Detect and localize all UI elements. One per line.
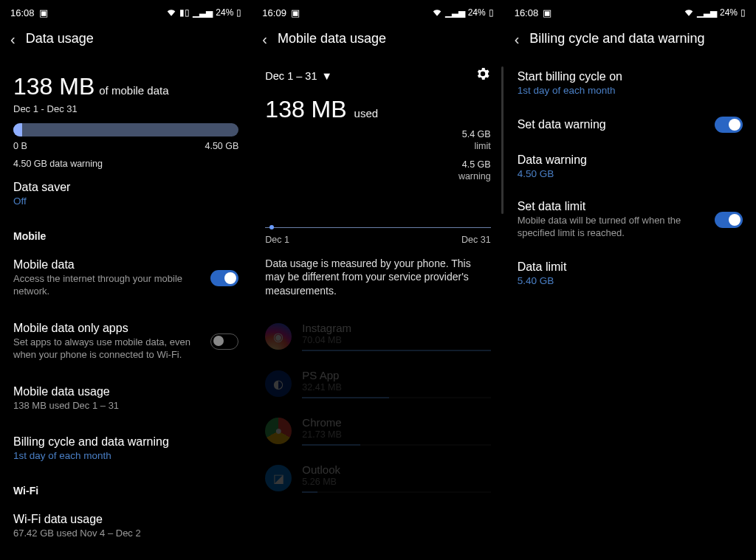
page-title: Billing cycle and data warning (529, 31, 704, 46)
set-warning-item[interactable]: Set data warning (518, 106, 743, 143)
picture-icon: ▣ (39, 7, 48, 18)
wifi-icon (166, 7, 176, 18)
bar-max: 4.50 GB (205, 141, 238, 151)
used-label: used (354, 107, 379, 120)
data-saver-item[interactable]: Data saver Off (13, 169, 238, 218)
set-limit-toggle[interactable] (715, 212, 743, 228)
period-selector[interactable]: Dec 1 – 31 ▼ (265, 70, 332, 82)
warning-value: 4.5 GB (462, 159, 491, 170)
start-cycle-title: Start billing cycle on (518, 70, 743, 83)
graph-start: Dec 1 (265, 235, 289, 245)
limit-value: 5.4 GB (462, 129, 491, 139)
mobile-only-title: Mobile data only apps (13, 322, 203, 335)
set-limit-item[interactable]: Set data limit Mobile data will be turne… (518, 190, 743, 250)
gear-icon[interactable] (475, 66, 491, 86)
app-name: PS App (302, 369, 490, 381)
page-title: Mobile data usage (278, 31, 386, 46)
start-cycle-item[interactable]: Start billing cycle on 1st day of each m… (518, 60, 743, 106)
wifi-usage-item[interactable]: Wi-Fi data usage 67.42 GB used Nov 4 – D… (13, 501, 238, 552)
mobile-usage-title: Mobile data usage (13, 385, 238, 398)
status-bar: 16:09 ▣ ▁▃▅ 24% ▯ (252, 0, 504, 21)
mobile-data-toggle[interactable] (210, 270, 238, 286)
date-range: Dec 1 - Dec 31 (13, 103, 238, 114)
warning-label: warning (265, 171, 490, 183)
battery-icon: ▯ (740, 7, 746, 18)
battery-percent: 24% (468, 7, 486, 18)
app-amount: 32.41 MB (302, 382, 490, 393)
picture-icon: ▣ (543, 7, 551, 18)
total-amount: 138 MB (13, 73, 94, 100)
total-amount: 138 MB (265, 96, 346, 123)
app-amount: 21.73 MB (302, 429, 490, 440)
status-bar: 16:08 ▣ ▮▯ ▁▃▅ 24% ▯ (0, 0, 252, 21)
billing-item[interactable]: Billing cycle and data warning 1st day o… (13, 424, 238, 473)
bar-min: 0 B (13, 141, 27, 151)
set-warning-toggle[interactable] (715, 117, 743, 133)
data-saver-value: Off (13, 196, 238, 207)
data-limit-value: 5.40 GB (518, 275, 743, 286)
picture-icon: ▣ (291, 7, 300, 18)
usage-graph (265, 227, 490, 230)
app-row[interactable]: ◪ Outlook 5.26 MB (265, 454, 490, 502)
chrome-icon: ● (265, 418, 292, 444)
section-mobile: Mobile (13, 218, 238, 246)
app-name: Chrome (302, 416, 490, 429)
total-usage: 138 MB of mobile data (13, 73, 238, 100)
clock: 16:09 (262, 7, 286, 18)
billing-title: Billing cycle and data warning (13, 435, 238, 449)
start-cycle-value: 1st day of each month (518, 85, 743, 96)
mobile-only-apps-item[interactable]: Mobile data only apps Set apps to always… (13, 310, 238, 373)
wifi-icon (432, 7, 442, 18)
header: ‹ Data usage (0, 21, 252, 60)
app-row[interactable]: ◉ Instagram 70.04 MB (265, 313, 490, 360)
data-warning-item[interactable]: Data warning 4.50 GB (518, 143, 743, 190)
instagram-icon: ◉ (265, 323, 292, 350)
back-icon[interactable]: ‹ (515, 32, 520, 46)
data-warning-value: 4.50 GB (518, 168, 743, 179)
set-limit-sub: Mobile data will be turned off when the … (518, 215, 707, 240)
header: ‹ Mobile data usage (252, 21, 504, 60)
warning-label: 4.50 GB data warning (13, 159, 238, 169)
data-limit-title: Data limit (518, 260, 743, 274)
measurement-note: Data usage is measured by your phone. Th… (252, 245, 504, 299)
app-amount: 5.26 MB (302, 477, 490, 487)
signal-bars-icon: ▁▃▅ (193, 7, 213, 18)
total-suffix: of mobile data (99, 84, 168, 97)
back-icon[interactable]: ‹ (262, 32, 267, 46)
dropdown-icon: ▼ (321, 70, 331, 82)
section-wifi: Wi-Fi (13, 473, 238, 501)
set-limit-title: Set data limit (518, 200, 707, 213)
clock: 16:08 (10, 7, 35, 18)
app-list: ◉ Instagram 70.04 MB ◐ PS App 32.41 MB ●… (252, 298, 504, 502)
mobile-usage-sub: 138 MB used Dec 1 – 31 (13, 400, 238, 412)
battery-icon: ▯ (489, 7, 494, 18)
app-amount: 70.04 MB (302, 335, 490, 345)
header: ‹ Billing cycle and data warning (504, 21, 756, 60)
app-row[interactable]: ◐ PS App 32.41 MB (265, 360, 490, 407)
app-name: Instagram (302, 322, 490, 334)
mobile-data-sub: Access the internet through your mobile … (13, 273, 203, 298)
app-name: Outlook (302, 463, 490, 476)
back-icon[interactable]: ‹ (10, 32, 16, 46)
period-label: Dec 1 – 31 (265, 70, 317, 82)
limit-label: limit (265, 141, 490, 153)
scrollbar[interactable] (501, 66, 504, 214)
mobile-usage-item[interactable]: Mobile data usage 138 MB used Dec 1 – 31 (13, 373, 238, 424)
wifi-usage-title: Wi-Fi data usage (13, 513, 238, 526)
mobile-data-item[interactable]: Mobile data Access the internet through … (13, 246, 238, 310)
page-title: Data usage (26, 31, 94, 46)
signal-bars-icon: ▁▃▅ (697, 7, 717, 18)
mobile-only-toggle[interactable] (210, 333, 238, 350)
wifi-icon (684, 7, 694, 18)
battery-icon: ▯ (236, 7, 241, 18)
wifi-usage-sub: 67.42 GB used Nov 4 – Dec 2 (13, 528, 238, 540)
graph-end: Dec 31 (461, 235, 491, 245)
usage-bar (13, 123, 238, 136)
mobile-data-title: Mobile data (13, 258, 203, 272)
signal-icon: ▮▯ (179, 7, 190, 18)
set-warning-title: Set data warning (518, 118, 606, 131)
data-limit-item[interactable]: Data limit 5.40 GB (518, 250, 743, 297)
outlook-icon: ◪ (265, 465, 292, 491)
app-row[interactable]: ● Chrome 21.73 MB (265, 407, 490, 454)
battery-percent: 24% (720, 7, 738, 18)
